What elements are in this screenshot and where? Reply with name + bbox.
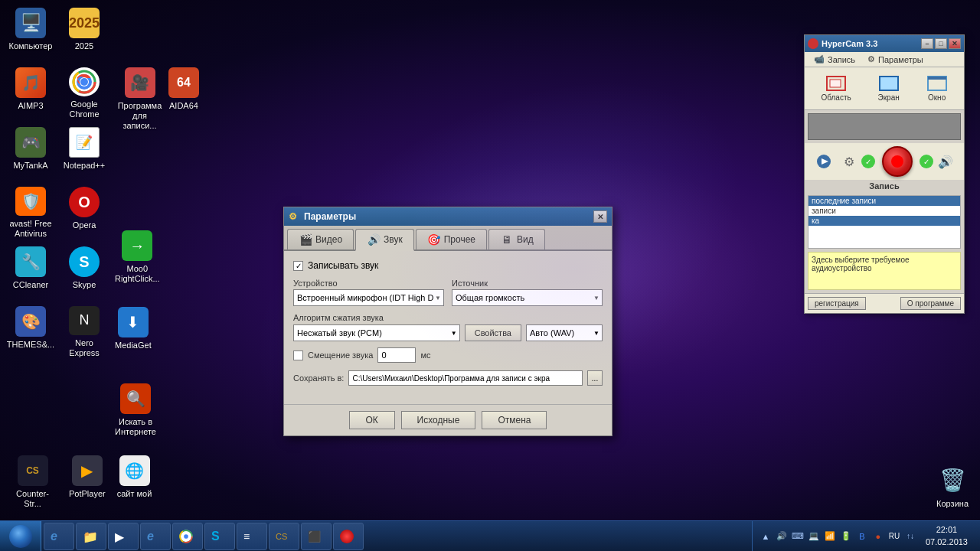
- desktop-icon-mytank[interactable]: 🎮 MyTankA: [4, 123, 57, 183]
- tray-expand[interactable]: ▲: [759, 530, 773, 543]
- desktop-icon-mediaget[interactable]: ⬇ MediaGet: [111, 303, 155, 354]
- save-row: Сохранять в: C:\Users\Михаил\Desktop\Про…: [293, 370, 603, 386]
- desktop-icon-nero-label: Nero Express: [61, 338, 107, 358]
- desktop-icon-site[interactable]: 🌐 сайт мой: [113, 452, 156, 513]
- algo-select[interactable]: Несжатый звук (PCM): [293, 324, 460, 341]
- tray-icon10[interactable]: ↑↓: [903, 530, 917, 543]
- desktop-icon-chrome[interactable]: GoogleChrome: [57, 64, 111, 123]
- start-button[interactable]: [0, 521, 41, 552]
- tab-view-label: Вид: [517, 234, 534, 245]
- tab-sound[interactable]: 🔊 Звук: [355, 229, 414, 251]
- defaults-button[interactable]: Исходные: [401, 411, 476, 429]
- tab-video-label: Видео: [315, 234, 342, 245]
- properties-button[interactable]: Свойства: [465, 324, 521, 341]
- desktop-icon-aida[interactable]: 64 AIDA64: [165, 64, 203, 115]
- taskbar-explorer[interactable]: 📁: [76, 523, 106, 550]
- tab-other-label: Прочее: [444, 234, 475, 245]
- window-icon: [926, 75, 948, 92]
- desktop-icon-site-label: сайт мой: [117, 489, 152, 499]
- wav-select[interactable]: Авто (WAV): [526, 324, 603, 341]
- record-button[interactable]: [882, 146, 913, 177]
- taskbar-chrome[interactable]: [172, 523, 203, 550]
- audio-icon[interactable]: 🔊: [936, 152, 955, 171]
- desktop-icon-search[interactable]: 🔍 Искать вИнтернете: [111, 380, 160, 441]
- dialog-content: ✓ Записывать звук Устройство Встроенный …: [284, 251, 612, 404]
- desktop-icon-ccleaner[interactable]: 🔧 CCleaner: [4, 243, 57, 302]
- screen-button[interactable]: Экран: [871, 72, 906, 105]
- desktop-icon-nero[interactable]: N Nero Express: [57, 302, 111, 362]
- taskbar-skype[interactable]: S: [204, 523, 235, 550]
- tray-keyboard[interactable]: ⌨: [791, 530, 805, 543]
- taskbar-ie[interactable]: e: [44, 523, 74, 550]
- save-path[interactable]: C:\Users\Михаил\Desktop\Программа для за…: [348, 370, 583, 386]
- tab-video[interactable]: 🎬 Видео: [287, 229, 354, 249]
- tray-bluetooth[interactable]: B: [855, 530, 869, 543]
- desktop-icon-program[interactable]: 🎥 Программадля записи...: [111, 64, 168, 135]
- tray-battery[interactable]: 🔋: [839, 530, 853, 543]
- offset-unit: мс: [420, 350, 430, 360]
- algo-row: Несжатый звук (PCM) Свойства Авто (WAV): [293, 324, 603, 341]
- tray-network1[interactable]: 💻: [807, 530, 821, 543]
- wav-value: Авто (WAV): [530, 328, 599, 337]
- desktop-icon-notepad[interactable]: 📝 Notepad++: [57, 123, 111, 183]
- hypercam-window: HyperCam 3.3 – □ ✕ 📹 Запись ⚙ Параметры: [804, 34, 965, 314]
- dialog-titlebar[interactable]: ⚙ Параметры ✕: [284, 207, 612, 226]
- taskbar-record[interactable]: [333, 523, 364, 550]
- desktop-icon-skype-label: Skype: [73, 280, 96, 290]
- hypercam-menu-record[interactable]: 📹 Запись: [808, 52, 861, 67]
- tab-view[interactable]: 🖥 Вид: [488, 229, 545, 249]
- window-button[interactable]: Окно: [920, 72, 955, 105]
- taskbar-item8[interactable]: ⬛: [301, 523, 332, 550]
- taskbar-counter[interactable]: CS: [269, 523, 299, 550]
- tab-other[interactable]: 🎯 Прочее: [416, 229, 487, 249]
- offset-input[interactable]: 0: [377, 347, 416, 363]
- desktop-icon-computer[interactable]: 🖥️ Компьютер: [4, 4, 57, 64]
- tab-sound-label: Звук: [384, 234, 403, 245]
- desktop-icon-avast[interactable]: 🛡️ avast! Free Antivirus: [4, 183, 57, 243]
- desktop-icon-potplayer[interactable]: ▶ PotPlayer: [65, 452, 109, 513]
- desktop-icon-2025[interactable]: 2025 2025: [57, 4, 111, 64]
- record-sound-checkbox[interactable]: ✓: [293, 261, 303, 271]
- hypercam-titlebar[interactable]: HyperCam 3.3 – □ ✕: [805, 35, 964, 52]
- desktop-icon-aida-label: AIDA64: [169, 101, 198, 111]
- desktop-icon-skype[interactable]: S Skype: [57, 243, 111, 302]
- minimize-button[interactable]: –: [921, 38, 933, 49]
- desktop-icon-counter[interactable]: CS Counter-Str...: [4, 452, 61, 513]
- tray-ru[interactable]: RU: [887, 530, 901, 543]
- taskbar-tray: ▲ 🔊 ⌨ 💻 📶 🔋 B ● RU ↑↓ 22:01 07.02.2013: [752, 521, 980, 551]
- ok-button[interactable]: ОК: [349, 411, 395, 429]
- gear-control-icon[interactable]: ⚙: [840, 152, 858, 171]
- source-select[interactable]: Общая громкость: [452, 289, 603, 306]
- desktop-icon-aimp[interactable]: 🎵 AIMP3: [4, 64, 57, 123]
- registration-button[interactable]: регистрация: [808, 297, 866, 310]
- desktop-icon-opera[interactable]: O Opera: [57, 183, 111, 243]
- device-label: Устройство: [293, 279, 444, 288]
- area-button[interactable]: Область: [814, 72, 858, 105]
- dialog-title: Параметры: [304, 211, 356, 222]
- tray-icon8[interactable]: ●: [871, 530, 885, 543]
- tray-wifi[interactable]: 📶: [823, 530, 837, 543]
- log-item-2[interactable]: ка: [808, 216, 960, 226]
- algo-group: Несжатый звук (PCM): [293, 324, 460, 341]
- hypercam-menu-params[interactable]: ⚙ Параметры: [861, 52, 929, 67]
- tray-sound[interactable]: 🔊: [775, 530, 789, 543]
- taskbar-wmp[interactable]: ▶: [108, 523, 139, 550]
- taskbar-clock[interactable]: 22:01 07.02.2013: [920, 524, 974, 548]
- cancel-button[interactable]: Отмена: [482, 411, 547, 429]
- camera-control-icon[interactable]: [815, 152, 833, 171]
- taskbar-item6[interactable]: ≡: [237, 523, 267, 550]
- browse-button[interactable]: ...: [587, 370, 603, 386]
- desktop-icon-search-label: Искать вИнтернете: [115, 417, 156, 437]
- maximize-button[interactable]: □: [935, 38, 947, 49]
- offset-checkbox[interactable]: [293, 350, 303, 360]
- taskbar-ie2[interactable]: e: [140, 523, 171, 550]
- close-button[interactable]: ✕: [949, 38, 961, 49]
- desktop-icon-moo[interactable]: → Moo0RightClick...: [111, 227, 164, 288]
- desktop-icon-program-label: Программадля записи...: [115, 101, 165, 132]
- desktop-icon-trash[interactable]: 🗑️ Корзина: [933, 461, 972, 513]
- about-button[interactable]: О программе: [900, 297, 961, 310]
- hypercam-controls: ⚙ ✓ ✓ 🔊: [805, 143, 964, 180]
- device-select[interactable]: Встроенный микрофон (IDT High D: [293, 289, 444, 306]
- desktop-icon-themes[interactable]: 🎨 THEMES&...: [4, 302, 57, 362]
- dialog-close-button[interactable]: ✕: [593, 210, 607, 223]
